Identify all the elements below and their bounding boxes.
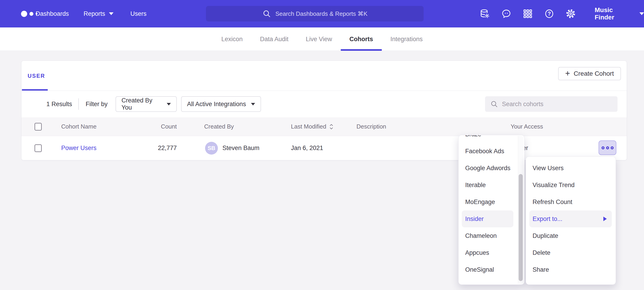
create-cohort-button[interactable]: + Create Cohort <box>558 67 621 80</box>
tab-label: Cohorts <box>350 36 373 43</box>
export-destinations-submenu: Braze Facebook Ads Google Adwords Iterab… <box>458 135 524 285</box>
menu-item-delete[interactable]: Delete <box>526 244 616 261</box>
nav-item-users[interactable]: Users <box>130 0 146 28</box>
tab-label: Integrations <box>390 36 423 43</box>
tab-label: USER <box>28 73 45 79</box>
col-created-by[interactable]: Created By <box>204 117 234 136</box>
chevron-down-icon <box>640 12 644 15</box>
dropdown-value: Created By You <box>122 97 162 111</box>
global-search-input[interactable]: Search Dashboards & Reports ⌘K <box>206 6 424 22</box>
submenu-item-braze[interactable]: Braze <box>458 135 524 143</box>
submenu-item-facebook-ads[interactable]: Facebook Ads <box>458 143 524 160</box>
tab-label: Data Audit <box>260 36 288 43</box>
menu-item-view-users[interactable]: View Users <box>526 160 616 177</box>
created-by-name: Steven Baum <box>222 136 260 160</box>
chevron-down-icon <box>109 12 114 15</box>
submenu-item-insider[interactable]: Insider <box>462 210 513 227</box>
nav-item-label: Users <box>130 10 146 17</box>
col-cohort-name[interactable]: Cohort Name <box>61 117 96 136</box>
menu-item-share[interactable]: Share <box>526 261 616 278</box>
row-actions-kebab-button[interactable] <box>598 140 616 155</box>
tab-live-view[interactable]: Live View <box>297 28 341 51</box>
nav-right-group: ? Music Finder <box>480 0 644 28</box>
select-all-checkbox[interactable] <box>34 123 42 130</box>
cohort-count: 22,777 <box>131 136 177 160</box>
tab-integrations[interactable]: Integrations <box>382 28 432 51</box>
submenu-item-iterable[interactable]: Iterable <box>458 177 524 194</box>
submenu-item-appcues[interactable]: Appcues <box>458 244 524 261</box>
dot-icon <box>602 146 604 149</box>
cohort-search-input[interactable] <box>502 101 602 108</box>
dot-icon <box>606 146 609 149</box>
filter-created-by-dropdown[interactable]: Created By You <box>116 96 177 112</box>
menu-item-label: Export to... <box>532 215 562 223</box>
menu-item-duplicate[interactable]: Duplicate <box>526 227 616 244</box>
help-icon[interactable]: ? <box>544 9 554 19</box>
dropdown-value: All Active Integrations <box>187 101 246 108</box>
tab-cohorts[interactable]: Cohorts <box>341 28 382 51</box>
search-icon <box>490 100 498 108</box>
submenu-item-google-adwords[interactable]: Google Adwords <box>458 160 524 177</box>
project-name: Music Finder <box>595 7 634 21</box>
avatar: SB <box>205 142 218 155</box>
svg-text:?: ? <box>548 11 551 17</box>
nav-item-dashboards[interactable]: Dashboards <box>36 0 69 28</box>
menu-item-visualize-trend[interactable]: Visualize Trend <box>526 177 616 194</box>
top-nav: Dashboards Reports Users Search Dashboar… <box>0 0 644 28</box>
last-modified-date: Jan 6, 2021 <box>291 136 323 160</box>
create-cohort-label: Create Cohort <box>574 70 614 77</box>
tab-label: Lexicon <box>221 36 242 43</box>
logo-dot-large <box>21 11 27 17</box>
export-destinations-list: Braze Facebook Ads Google Adwords Iterab… <box>458 135 524 278</box>
col-label: Last Modified <box>291 123 326 130</box>
section-tabs: Lexicon Data Audit Live View Cohorts Int… <box>0 28 644 51</box>
submenu-item-chameleon[interactable]: Chameleon <box>458 227 524 244</box>
menu-item-export-to[interactable]: Export to... <box>529 210 612 227</box>
submenu-item-onesignal[interactable]: OneSignal <box>458 261 524 278</box>
filter-by-label: Filter by <box>86 91 108 117</box>
col-description[interactable]: Description <box>356 117 386 136</box>
col-last-modified[interactable]: Last Modified <box>291 117 334 136</box>
filter-integrations-dropdown[interactable]: All Active Integrations <box>181 96 261 112</box>
submenu-arrow-icon <box>603 217 607 221</box>
feedback-icon[interactable] <box>501 9 512 19</box>
results-count: 1 Results <box>46 91 72 117</box>
table-header: Cohort Name Count Created By Last Modifi… <box>22 117 627 136</box>
nav-item-label: Reports <box>84 10 105 17</box>
row-checkbox[interactable] <box>34 144 42 152</box>
tab-user-cohorts[interactable]: USER <box>28 61 45 91</box>
settings-gear-icon[interactable] <box>566 9 576 19</box>
context-menu-list: View Users Visualize Trend Refresh Count… <box>526 157 616 278</box>
card-header: USER + Create Cohort <box>22 61 627 91</box>
menu-item-refresh-count[interactable]: Refresh Count <box>526 194 616 210</box>
logo-dot-medium <box>30 12 33 16</box>
search-icon <box>262 9 271 18</box>
active-type-underline <box>22 89 48 91</box>
submenu-scrollbar-track[interactable] <box>518 136 524 284</box>
apps-grid-icon[interactable] <box>522 9 533 19</box>
col-your-access[interactable]: Your Access <box>511 117 543 136</box>
col-count[interactable]: Count <box>131 117 177 136</box>
cohort-name-link[interactable]: Power Users <box>61 144 96 152</box>
project-switcher[interactable]: Music Finder <box>595 7 644 21</box>
cohorts-page: Dashboards Reports Users Search Dashboar… <box>0 0 644 290</box>
divider <box>78 98 79 110</box>
mixpanel-logo-icon[interactable] <box>21 0 38 28</box>
cohorts-card: USER + Create Cohort 1 Results Filter by… <box>21 61 627 160</box>
tab-data-audit[interactable]: Data Audit <box>251 28 297 51</box>
nav-item-label: Dashboards <box>36 10 69 17</box>
row-context-menu: View Users Visualize Trend Refresh Count… <box>526 157 616 285</box>
plus-icon: + <box>565 69 570 78</box>
sort-icon <box>329 123 334 130</box>
submenu-scrollbar-thumb[interactable] <box>519 174 523 281</box>
global-search-placeholder: Search Dashboards & Reports ⌘K <box>276 10 368 17</box>
nav-item-reports[interactable]: Reports <box>84 0 114 28</box>
tab-label: Live View <box>306 36 332 43</box>
chevron-down-icon <box>251 103 255 105</box>
dot-icon <box>611 146 614 149</box>
tab-lexicon[interactable]: Lexicon <box>212 28 251 51</box>
chevron-down-icon <box>167 103 171 105</box>
submenu-item-moengage[interactable]: MoEngage <box>458 194 524 210</box>
data-management-icon[interactable] <box>480 9 490 19</box>
filter-row: 1 Results Filter by Created By You All A… <box>22 91 627 117</box>
